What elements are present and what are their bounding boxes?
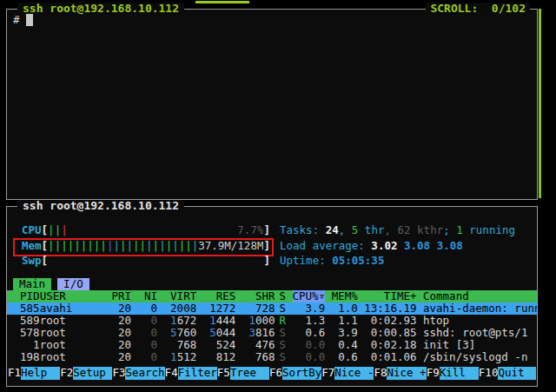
fkey-f6[interactable]: F6SortBy (269, 367, 321, 380)
column-header-virt[interactable]: VIRT (157, 290, 196, 302)
fkey-f2[interactable]: F2Setup (60, 367, 112, 380)
meter-bar: | (87, 240, 94, 252)
column-header-res[interactable]: RES (196, 290, 235, 302)
cell-ni: 0 (131, 315, 157, 327)
cell-pid: 589 (7, 315, 40, 327)
cell-virt: 768 (157, 339, 196, 351)
tasks-line: Tasks: 24, 5 thr, 62 kthr; 1 running (280, 224, 515, 236)
column-header-pid[interactable]: PID (7, 290, 40, 302)
cell-cpu: 0.0 (293, 351, 326, 363)
fkey-f4[interactable]: F4Filter (165, 367, 217, 380)
cell-pri: 20 (105, 302, 131, 315)
column-header-pri[interactable]: PRI (105, 290, 131, 302)
cell-pri: 20 (105, 327, 131, 339)
cell-user: avahi (40, 302, 105, 315)
cell-res: 5044 (196, 327, 235, 339)
meter-bar: | (100, 240, 107, 252)
cell-shr: 3816 (235, 327, 275, 339)
column-header-cmd[interactable]: Command (417, 290, 538, 302)
cell-shr: 476 (235, 339, 275, 351)
meter-bar: | (48, 240, 55, 252)
column-header-ni[interactable]: NI (131, 290, 157, 302)
cell-virt: 1672 (157, 315, 196, 327)
stats-column: Tasks: 24, 5 thr, 62 kthr; 1 runningLoad… (280, 224, 515, 270)
meter-bar: | (140, 240, 147, 252)
mem-meter-label: Mem (22, 239, 42, 252)
meter-bar: | (113, 240, 120, 252)
cell-time: 0:02.18 (358, 339, 417, 351)
cell-res: 1444 (196, 315, 235, 327)
mem-meter-value: 37.9M/128M (198, 240, 263, 252)
meter-bar: | (61, 240, 68, 252)
process-table: MainI/O PIDUSERPRINIVIRTRESSHRSCPU%▿MEM%… (7, 278, 537, 363)
cell-res: 812 (196, 351, 235, 363)
cell-mem: 1.1 (325, 315, 358, 327)
cell-ni: 0 (131, 327, 157, 339)
cell-cmd: sshd: root@pts/1 (417, 327, 538, 339)
cell-shr: 728 (235, 302, 275, 315)
cell-shr: 768 (235, 351, 275, 363)
cell-virt: 2008 (157, 302, 196, 315)
shell-pane[interactable]: ssh root@192.168.10.112 SCROLL: 0/102 # (6, 9, 538, 200)
process-row[interactable]: 589root200167214441000R1.31.10:02.93htop (7, 315, 537, 327)
cell-mem: 3.9 (325, 327, 358, 339)
cpu-meter: CPU[|||7.7%] (22, 224, 270, 236)
cell-s: R (275, 315, 292, 327)
text-cursor (26, 14, 33, 26)
column-header-cpu[interactable]: CPU%▿ (293, 290, 326, 302)
cell-cmd: htop (417, 315, 538, 327)
cell-virt: 1512 (157, 351, 196, 363)
cell-pid: 198 (7, 351, 40, 363)
cell-virt: 5760 (157, 327, 196, 339)
cell-pid: 585 (7, 302, 40, 315)
cell-time: 13:16.19 (358, 302, 417, 315)
fkey-f1[interactable]: F1Help (8, 367, 60, 380)
cell-cmd: avahi-daemon: running (417, 302, 538, 315)
cell-cpu: 3.9 (293, 302, 326, 315)
uptime-line: Uptime: 05:05:35 (280, 255, 515, 267)
cell-pri: 20 (105, 315, 131, 327)
cpu-meter-value: 7.7% (237, 224, 263, 236)
fkey-f5[interactable]: F5Tree (217, 367, 269, 380)
terminal-screen: ssh root@192.168.10.112 SCROLL: 0/102 # … (0, 0, 556, 392)
column-header-time[interactable]: TIME+ (358, 290, 417, 302)
cell-user: root (40, 327, 105, 339)
meter-bar: | (146, 240, 153, 252)
process-row[interactable]: 198root2001512812768S0.00.60:01.06/sbin/… (7, 351, 537, 363)
cell-user: root (40, 351, 105, 363)
shell-pane-title: ssh root@192.168.10.112 (17, 3, 184, 15)
prompt-symbol: # (13, 13, 20, 26)
process-row[interactable]: 585avahi20020081272728S3.91.013:16.19ava… (7, 302, 537, 315)
table-header-row: PIDUSERPRINIVIRTRESSHRSCPU%▿MEM%TIME+Com… (7, 290, 537, 302)
process-row[interactable]: 1root200768524476S0.00.40:02.18init [3] (7, 339, 537, 351)
fkey-f9[interactable]: F9Kill (427, 367, 479, 380)
scrollbar[interactable] (539, 9, 541, 198)
cell-s: S (275, 302, 292, 315)
cell-mem: 0.4 (325, 339, 358, 351)
fkey-f3[interactable]: F3Search (112, 367, 164, 380)
column-header-s[interactable]: S (275, 290, 292, 302)
fkey-f8[interactable]: F8Nice + (374, 367, 426, 380)
cell-cmd: init [3] (417, 339, 538, 351)
process-row[interactable]: 578root200576050443816S0.63.90:00.85sshd… (7, 327, 537, 339)
column-header-mem[interactable]: MEM% (325, 290, 358, 302)
shell-prompt[interactable]: # (13, 14, 33, 26)
cell-res: 524 (196, 339, 235, 351)
cell-cpu: 0.6 (293, 327, 326, 339)
swp-meter: Swp[0K/0K] (22, 255, 270, 267)
cell-cmd: /sbin/syslogd -n (417, 351, 538, 363)
tab-i-o[interactable]: I/O (57, 278, 89, 290)
fkey-f10[interactable]: F10Quit (479, 367, 536, 380)
meter-bar: | (74, 240, 81, 252)
fkey-f7[interactable]: F7Nice - (321, 367, 374, 380)
cell-mem: 0.6 (325, 351, 358, 363)
meter-bar: | (61, 224, 68, 236)
meter-bar: | (133, 240, 140, 252)
htop-pane[interactable]: ssh root@192.168.10.112 CPU[|||7.7%]Mem[… (6, 206, 538, 387)
load-average-line: Load average: 3.02 3.08 3.08 (280, 240, 515, 252)
tab-main[interactable]: Main (13, 278, 51, 290)
cell-s: S (275, 339, 292, 351)
column-header-user[interactable]: USER (40, 290, 105, 302)
column-header-shr[interactable]: SHR (235, 290, 275, 302)
cell-s: S (275, 327, 292, 339)
